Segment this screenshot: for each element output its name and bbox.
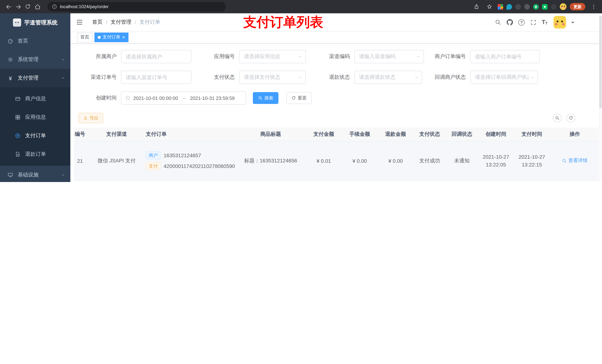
main-content: 所属商户 应用编号 请选择应用信息 渠道编码 请输入渠道编码 商户订单编号: [70, 44, 602, 182]
app-logo[interactable]: 芋道管理系统: [0, 13, 70, 32]
sidebar-item-refund-order[interactable]: 退款订单: [0, 145, 70, 164]
date-separator: -: [181, 95, 187, 101]
product-title: 标题：1635312124656: [236, 141, 306, 180]
caret-down-icon[interactable]: [571, 22, 574, 25]
address-bar[interactable]: localhost:1024/pay/order: [47, 2, 226, 11]
search-icon[interactable]: [495, 19, 501, 26]
browser-back-icon[interactable]: [4, 2, 13, 11]
extension-icon[interactable]: [524, 4, 530, 10]
col-amount: 支付金额: [306, 128, 342, 141]
scrollbar[interactable]: [599, 14, 602, 182]
share-icon[interactable]: [472, 2, 481, 11]
pay-amount: ¥ 0.01: [306, 180, 342, 182]
extension-icon[interactable]: [506, 4, 512, 10]
chevron-down-icon: [416, 54, 420, 59]
create-time-range-picker[interactable]: 2021-10-01 00:00:00 - 2021-10-31 23:59:5…: [121, 91, 246, 105]
notify-status-select[interactable]: 请选择订单回调商户状态: [470, 71, 538, 84]
breadcrumb-pay-manage[interactable]: 支付管理: [111, 19, 131, 26]
sidebar-submenu-payment: 商户信息 应用信息 支付订单: [0, 87, 70, 166]
github-icon[interactable]: [506, 19, 513, 26]
extension-icon[interactable]: 10: [498, 4, 503, 10]
fullscreen-icon[interactable]: [530, 19, 537, 26]
export-button-label: 导出: [90, 115, 98, 121]
breadcrumb-home[interactable]: 首页: [92, 19, 103, 26]
filter-label: 商户订单编号: [430, 53, 470, 60]
pay-order-cell: 商户1635312124657 支付4200001174202110278060…: [142, 141, 236, 180]
tags-view: 首页 支付订单: [70, 31, 602, 44]
search-button[interactable]: 搜索: [253, 92, 279, 104]
user-avatar[interactable]: [553, 16, 566, 29]
table-row[interactable]: 20 微信 JSAPI 支付 商户1635311949168 支付4200001…: [74, 180, 598, 182]
table-row[interactable]: 21 微信 JSAPI 支付 商户1635312124657 支付4200001…: [74, 141, 598, 180]
tab-home[interactable]: 首页: [77, 32, 93, 42]
search-button-label: 搜索: [264, 95, 273, 101]
browser-profile-avatar[interactable]: [560, 3, 567, 10]
breadcrumb-separator: /: [106, 19, 107, 25]
scrollbar-thumb[interactable]: [599, 16, 602, 108]
sidebar-fold-icon[interactable]: [76, 19, 83, 26]
toggle-search-button[interactable]: [553, 114, 562, 123]
select-placeholder: 请选择订单回调商户状态: [475, 74, 529, 81]
merchant-order-no-input[interactable]: [470, 50, 540, 63]
tab-pay-order[interactable]: 支付订单: [94, 32, 128, 42]
col-title: 商品标题: [236, 128, 306, 141]
chevron-down-icon: [298, 54, 302, 59]
reset-button[interactable]: 重置: [286, 92, 312, 104]
pay-channel: 微信 JSAPI 支付: [91, 141, 142, 180]
sidebar-item-app-info[interactable]: 应用信息: [0, 108, 70, 126]
sidebar-item-payment[interactable]: ¥ 支付管理: [0, 69, 70, 87]
clock-icon: [125, 95, 130, 101]
filter-row: 渠道订单号 支付状态 请选择支付状态 退款状态 请选择退款状态 回调商户状态 请…: [70, 71, 602, 84]
col-actions: 操作: [550, 128, 598, 141]
help-icon[interactable]: [518, 19, 525, 25]
sidebar-item-merchant-info[interactable]: 商户信息: [0, 90, 70, 108]
dashboard-icon: [7, 38, 13, 44]
pay-order-no: 4200001174202110278060590766: [164, 163, 236, 169]
merchant-select[interactable]: [121, 50, 191, 63]
browser-menu-icon[interactable]: [589, 2, 598, 11]
browser-reload-icon[interactable]: [23, 2, 32, 11]
view-detail-link[interactable]: 查看详情: [562, 157, 588, 164]
channel-order-no-input[interactable]: [121, 71, 191, 84]
gear-icon: [7, 57, 13, 62]
merchant-order-no: 1635312124657: [164, 152, 201, 158]
sidebar-item-label: 退款订单: [25, 151, 65, 157]
tab-label: 支付订单: [103, 34, 120, 40]
filter-label: 渠道订单号: [70, 74, 121, 81]
target-icon: [15, 133, 21, 139]
chevron-down-icon: [530, 75, 535, 80]
site-info-icon[interactable]: [52, 4, 57, 9]
channel-code-select[interactable]: 请输入渠道编码: [354, 50, 424, 63]
chevron-up-icon: [61, 76, 65, 80]
extension-icon[interactable]: [551, 4, 557, 10]
reset-button-label: 重置: [298, 95, 307, 101]
sidebar-item-system[interactable]: 系统管理: [0, 50, 70, 69]
extension-icon[interactable]: [542, 4, 548, 10]
export-button[interactable]: 导出: [78, 113, 103, 123]
extension-icon[interactable]: [515, 4, 521, 10]
sidebar-item-infrastructure[interactable]: 基础设施: [0, 166, 70, 182]
refresh-button[interactable]: [567, 114, 575, 123]
app-select[interactable]: 请选择应用信息: [239, 50, 306, 63]
bookmark-star-icon[interactable]: [485, 2, 494, 11]
date-start: 2021-10-01 00:00:00: [133, 95, 178, 101]
browser-forward-icon[interactable]: [13, 2, 23, 11]
date-end: 2021-10-31 23:59:59: [190, 95, 235, 101]
extension-icon[interactable]: [533, 4, 539, 10]
col-refund: 退款金额: [378, 128, 414, 141]
pay-status: 支付成功: [414, 141, 446, 180]
sidebar-item-pay-order[interactable]: 支付订单: [0, 126, 70, 145]
table-header-row: 编号 支付渠道 支付订单 商品标题 支付金额 手续金额 退款金额 支付状态 回调…: [74, 128, 598, 141]
grid-icon: [15, 114, 21, 120]
close-icon[interactable]: [122, 35, 125, 40]
font-size-icon[interactable]: TT: [542, 19, 548, 25]
sidebar-item-home[interactable]: 首页: [0, 32, 70, 50]
pay-order-cell: 商户1635311949168 支付4200001181202110277723…: [142, 180, 236, 182]
refund-amount: ¥ 0.00: [378, 180, 414, 182]
browser-update-button[interactable]: 更新: [570, 3, 585, 10]
fee-amount: ¥ 0.00: [342, 180, 378, 182]
pay-status-select[interactable]: 请选择支付状态: [239, 71, 306, 84]
select-placeholder: 请选择支付状态: [244, 74, 280, 81]
browser-home-icon[interactable]: [32, 2, 42, 11]
refund-status-select[interactable]: 请选择退款状态: [354, 71, 422, 84]
